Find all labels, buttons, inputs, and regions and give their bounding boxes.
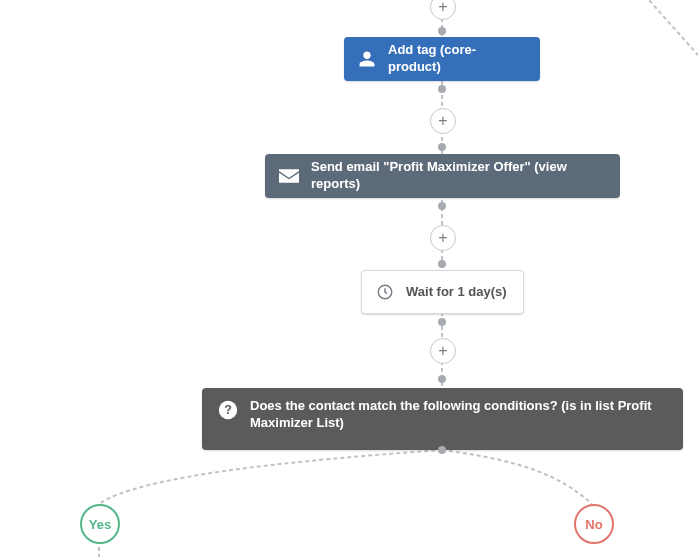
connector-dot [438, 375, 446, 383]
connectors [0, 0, 698, 557]
branch-no-label: No [585, 517, 602, 532]
clock-icon [376, 283, 394, 301]
add-tag-node[interactable]: Add tag (core-product) [344, 37, 540, 81]
plus-icon: + [438, 230, 447, 246]
connector-dot [438, 446, 446, 454]
connector-dot [438, 260, 446, 268]
connector-dot [438, 202, 446, 210]
person-icon [358, 50, 376, 68]
send-email-node[interactable]: Send email "Profit Maximizer Offer" (vie… [265, 154, 620, 198]
wait-label: Wait for 1 day(s) [406, 284, 509, 301]
branch-yes[interactable]: Yes [80, 504, 120, 544]
branch-yes-label: Yes [89, 517, 111, 532]
add-step-button-1[interactable]: + [430, 108, 456, 134]
condition-label: Does the contact match the following con… [250, 398, 667, 432]
svg-text:?: ? [224, 403, 232, 417]
wait-node[interactable]: Wait for 1 day(s) [361, 270, 524, 314]
envelope-icon [279, 169, 299, 183]
add-step-button-0[interactable]: + [430, 0, 456, 20]
connector-dot [438, 27, 446, 35]
branch-no[interactable]: No [574, 504, 614, 544]
add-tag-label: Add tag (core-product) [388, 42, 526, 76]
connector-dot [438, 318, 446, 326]
question-icon: ? [218, 400, 238, 420]
svg-line-1 [640, 0, 698, 55]
condition-node[interactable]: ? Does the contact match the following c… [202, 388, 683, 450]
add-step-button-3[interactable]: + [430, 338, 456, 364]
plus-icon: + [438, 0, 447, 15]
connector-dot [438, 85, 446, 93]
plus-icon: + [438, 343, 447, 359]
connector-dot [438, 143, 446, 151]
add-step-button-2[interactable]: + [430, 225, 456, 251]
send-email-label: Send email "Profit Maximizer Offer" (vie… [311, 159, 606, 193]
plus-icon: + [438, 113, 447, 129]
